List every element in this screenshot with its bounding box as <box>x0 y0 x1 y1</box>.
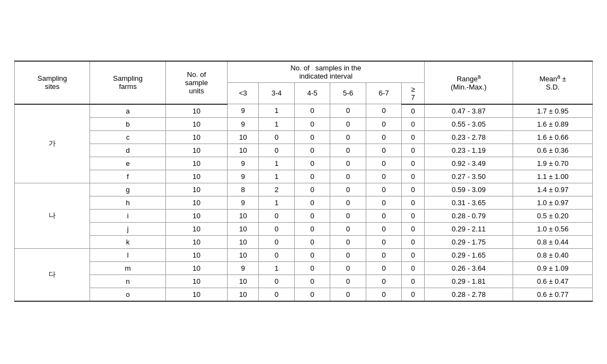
cell-mean: 1.7 ± 0.95 <box>513 104 593 118</box>
cell-farm: d <box>90 144 165 157</box>
cell-interval-r45: 0 <box>294 144 330 157</box>
cell-units: 10 <box>165 209 227 222</box>
cell-interval-lt3: 10 <box>228 288 259 301</box>
cell-interval-gte7: 0 <box>402 275 425 288</box>
cell-range: 0.29 - 2.11 <box>425 222 513 235</box>
cell-mean: 0.8 ± 0.40 <box>513 248 593 261</box>
cell-range: 0.23 - 2.78 <box>425 130 513 144</box>
cell-interval-lt3: 8 <box>228 183 259 196</box>
table-row: 나g108200000.59 - 3.091.4 ± 0.97 <box>15 183 593 196</box>
cell-interval-r56: 0 <box>330 144 366 157</box>
cell-units: 10 <box>165 261 227 275</box>
cell-interval-r45: 0 <box>294 222 330 235</box>
cell-interval-r67: 0 <box>366 209 402 222</box>
cell-interval-r67: 0 <box>366 248 402 261</box>
cell-interval-r56: 0 <box>330 196 366 209</box>
cell-interval-r67: 0 <box>366 183 402 196</box>
cell-interval-gte7: 0 <box>402 117 425 130</box>
table-row: b109100000.55 - 3.051.6 ± 0.89 <box>15 117 593 130</box>
table-row: 다l1010000000.29 - 1.650.8 ± 0.40 <box>15 248 593 261</box>
cell-interval-r45: 0 <box>294 104 330 118</box>
cell-interval-r34: 2 <box>259 183 295 196</box>
cell-interval-lt3: 9 <box>228 261 259 275</box>
cell-interval-lt3: 9 <box>228 104 259 118</box>
cell-interval-r34: 1 <box>259 261 295 275</box>
cell-mean: 1.6 ± 0.66 <box>513 130 593 144</box>
cell-interval-r56: 0 <box>330 117 366 130</box>
cell-interval-r67: 0 <box>366 170 402 183</box>
cell-interval-r34: 0 <box>259 288 295 301</box>
table-row: k1010000000.29 - 1.750.8 ± 0.44 <box>15 235 593 248</box>
cell-units: 10 <box>165 275 227 288</box>
cell-units: 10 <box>165 288 227 301</box>
col-no-sample-units: No. ofsampleunits <box>165 61 227 104</box>
cell-farm: o <box>90 288 165 301</box>
cell-interval-lt3: 9 <box>228 157 259 170</box>
col-range: Rangea(Min.-Max.) <box>425 61 513 104</box>
table-row: d1010000000.23 - 1.190.6 ± 0.36 <box>15 144 593 157</box>
table-row: j1010000000.29 - 2.111.0 ± 0.56 <box>15 222 593 235</box>
cell-mean: 0.5 ± 0.20 <box>513 209 593 222</box>
cell-range: 0.23 - 1.19 <box>425 144 513 157</box>
cell-interval-r56: 0 <box>330 235 366 248</box>
cell-mean: 0.8 ± 0.44 <box>513 235 593 248</box>
cell-interval-lt3: 9 <box>228 117 259 130</box>
cell-units: 10 <box>165 130 227 144</box>
cell-farm: m <box>90 261 165 275</box>
cell-units: 10 <box>165 235 227 248</box>
cell-interval-r56: 0 <box>330 209 366 222</box>
cell-interval-r45: 0 <box>294 288 330 301</box>
cell-farm: e <box>90 157 165 170</box>
col-sampling-sites: Samplingsites <box>15 61 90 104</box>
cell-interval-gte7: 0 <box>402 196 425 209</box>
cell-interval-lt3: 10 <box>228 130 259 144</box>
cell-interval-r45: 0 <box>294 183 330 196</box>
cell-range: 0.29 - 1.81 <box>425 275 513 288</box>
cell-interval-r67: 0 <box>366 130 402 144</box>
cell-interval-lt3: 10 <box>228 275 259 288</box>
cell-interval-gte7: 0 <box>402 157 425 170</box>
table-row: m109100000.26 - 3.640.9 ± 1.09 <box>15 261 593 275</box>
cell-interval-lt3: 10 <box>228 222 259 235</box>
col-67: 6-7 <box>366 82 402 104</box>
cell-range: 0.31 - 3.65 <box>425 196 513 209</box>
cell-interval-r67: 0 <box>366 196 402 209</box>
cell-interval-r34: 1 <box>259 104 295 118</box>
cell-interval-r56: 0 <box>330 261 366 275</box>
col-45: 4-5 <box>294 82 330 104</box>
cell-interval-gte7: 0 <box>402 104 425 118</box>
cell-interval-gte7: 0 <box>402 288 425 301</box>
col-lt3: <3 <box>228 82 259 104</box>
cell-interval-lt3: 10 <box>228 144 259 157</box>
cell-mean: 1.9 ± 0.70 <box>513 157 593 170</box>
table-body: 가a109100000.47 - 3.871.7 ± 0.95b10910000… <box>15 104 593 301</box>
cell-interval-r67: 0 <box>366 275 402 288</box>
cell-interval-r34: 0 <box>259 248 295 261</box>
cell-interval-r67: 0 <box>366 261 402 275</box>
cell-mean: 1.6 ± 0.89 <box>513 117 593 130</box>
table-row: n1010000000.29 - 1.810.6 ± 0.47 <box>15 275 593 288</box>
cell-farm: l <box>90 248 165 261</box>
cell-interval-r45: 0 <box>294 196 330 209</box>
cell-range: 0.29 - 1.75 <box>425 235 513 248</box>
cell-interval-r56: 0 <box>330 288 366 301</box>
cell-interval-lt3: 9 <box>228 170 259 183</box>
cell-farm: g <box>90 183 165 196</box>
cell-interval-r45: 0 <box>294 261 330 275</box>
table-container: Samplingsites Samplingfarms No. ofsample… <box>14 61 593 304</box>
cell-interval-gte7: 0 <box>402 170 425 183</box>
cell-interval-r67: 0 <box>366 235 402 248</box>
cell-interval-r56: 0 <box>330 183 366 196</box>
cell-units: 10 <box>165 104 227 118</box>
cell-interval-r56: 0 <box>330 157 366 170</box>
cell-range: 0.55 - 3.05 <box>425 117 513 130</box>
cell-interval-gte7: 0 <box>402 248 425 261</box>
cell-range: 0.26 - 3.64 <box>425 261 513 275</box>
cell-farm: b <box>90 117 165 130</box>
cell-interval-r34: 0 <box>259 130 295 144</box>
data-table: Samplingsites Samplingfarms No. ofsample… <box>14 61 593 302</box>
col-gte7: ≥7 <box>402 82 425 104</box>
cell-interval-r34: 1 <box>259 157 295 170</box>
cell-interval-r34: 0 <box>259 222 295 235</box>
cell-mean: 0.6 ± 0.77 <box>513 288 593 301</box>
